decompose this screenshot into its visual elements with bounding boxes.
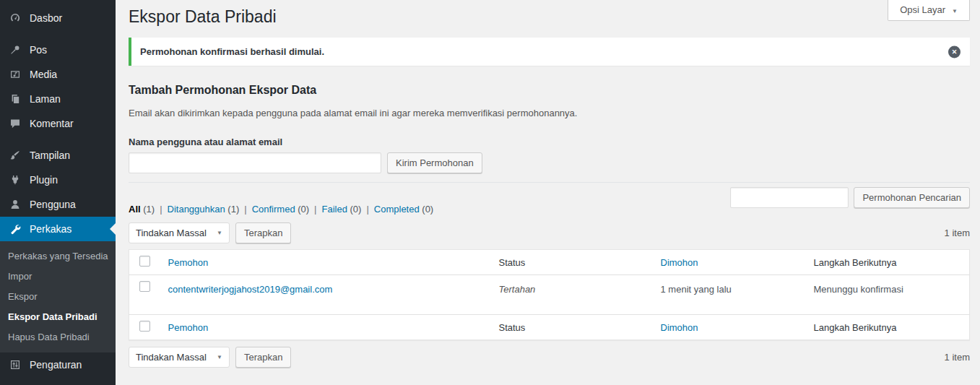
sidebar-item-pengaturan[interactable]: Pengaturan xyxy=(0,352,116,377)
tablenav-top: Tindakan Massal▼ Terapkan 1 item xyxy=(129,222,970,243)
sidebar-item-laman[interactable]: Laman xyxy=(0,87,116,111)
sidebar-item-label: Dasbor xyxy=(30,12,62,24)
username-email-input[interactable] xyxy=(129,152,381,173)
filter-separator: | xyxy=(160,204,162,215)
sidebar-item-label: Komentar xyxy=(30,118,74,129)
filter-all: All (1) xyxy=(129,204,155,215)
search-requests-button[interactable]: Permohonan Pencarian xyxy=(854,187,970,208)
dashboard-icon xyxy=(7,12,23,25)
media-icon xyxy=(7,68,23,81)
column-label-dimohon[interactable]: Dimohon xyxy=(661,322,698,333)
filter-link-failed[interactable]: Failed xyxy=(322,204,347,215)
sidebar-subitem-ekspor-data-pribadi[interactable]: Ekspor Data Pribadi xyxy=(0,307,116,327)
apply-button[interactable]: Terapkan xyxy=(235,347,291,368)
column-label-status: Status xyxy=(499,257,526,268)
filter-link-all[interactable]: All xyxy=(129,204,141,215)
status-cell: Tertahan xyxy=(492,275,654,315)
filter-count: (0) xyxy=(295,204,310,215)
sidebar-item-media[interactable]: Media xyxy=(0,62,116,87)
chevron-down-icon: ▼ xyxy=(217,354,222,360)
sidebar-subitem-impor[interactable]: Impor xyxy=(0,267,116,287)
chevron-down-icon: ▼ xyxy=(952,8,958,14)
column-label-dimohon[interactable]: Dimohon xyxy=(661,257,698,268)
filter-separator: | xyxy=(244,204,246,215)
column-status: Status xyxy=(492,315,654,340)
sidebar-item-label: Pengaturan xyxy=(30,359,82,371)
select-all-cell xyxy=(129,315,161,340)
sidebar-item-plugin[interactable]: Plugin xyxy=(0,168,116,192)
sidebar-item-tampilan[interactable]: Tampilan xyxy=(0,143,116,168)
admin-content: Opsi Layar▼ Ekspor Data Pribadi Permohon… xyxy=(116,0,980,385)
username-email-label: Nama pengguna atau alamat email xyxy=(129,137,970,147)
filter-link-confirmed[interactable]: Confirmed xyxy=(252,204,295,215)
filter-completed: Completed (0) xyxy=(374,204,433,215)
bulk-action-select[interactable]: Tindakan Massal▼ xyxy=(129,347,230,368)
wrench-icon xyxy=(7,222,23,235)
column-label-pemohon[interactable]: Pemohon xyxy=(168,257,209,268)
menu-separator xyxy=(0,30,116,38)
sidebar-item-dasbor[interactable]: Dasbor xyxy=(0,6,116,30)
menu-separator xyxy=(0,136,116,143)
status-value: Tertahan xyxy=(499,284,536,295)
row-checkbox[interactable] xyxy=(139,281,150,292)
sidebar-item-label: Pos xyxy=(30,44,47,56)
plugin-icon xyxy=(7,173,23,186)
filter-link-ditangguhkan[interactable]: Ditangguhkan xyxy=(168,204,225,215)
search-input[interactable] xyxy=(730,187,849,208)
screen-options-button[interactable]: Opsi Layar▼ xyxy=(888,0,970,21)
filter-separator: | xyxy=(366,204,368,215)
bulk-action-value: Tindakan Massal xyxy=(136,228,207,238)
filter-count: (0) xyxy=(347,204,362,215)
filter-link-completed[interactable]: Completed xyxy=(374,204,420,215)
pages-icon xyxy=(7,92,23,105)
sidebar-item-label: Media xyxy=(30,69,57,80)
next-step-cell: Menunggu konfirmasi xyxy=(807,275,970,315)
sidebar-item-label: Laman xyxy=(30,93,61,105)
select-all-checkbox[interactable] xyxy=(139,321,150,332)
filter-separator: | xyxy=(314,204,316,215)
bulk-action-value: Tindakan Massal xyxy=(136,352,207,363)
circled-x-icon[interactable]: ✕ xyxy=(948,46,961,58)
pin-icon xyxy=(7,43,23,56)
filter-confirmed: Confirmed (0) xyxy=(252,204,309,215)
sidebar-item-pos[interactable]: Pos xyxy=(0,38,116,62)
sidebar-item-label: Plugin xyxy=(30,174,58,186)
column-status: Status xyxy=(492,250,654,275)
brush-icon xyxy=(7,149,23,162)
settings-icon xyxy=(7,358,23,371)
send-request-button[interactable]: Kirim Permohonan xyxy=(387,152,482,173)
column-label-langkah-berikutnya: Langkah Berikutnya xyxy=(814,257,897,268)
sidebar-item-perkakas[interactable]: Perkakas xyxy=(0,217,116,241)
sidebar-subitem-perkakas-yang-tersedia[interactable]: Perkakas yang Tersedia xyxy=(0,246,116,267)
screen-options-label: Opsi Layar xyxy=(900,4,945,15)
column-pemohon: Pemohon xyxy=(161,250,492,275)
item-count: 1 item xyxy=(945,352,970,363)
section-heading: Tambah Permohonan Ekspor Data xyxy=(129,83,970,98)
tablenav-bottom: Tindakan Massal▼ Terapkan 1 item xyxy=(129,346,970,368)
sidebar-item-label: Tampilan xyxy=(30,150,70,161)
sidebar-subitem-ekspor[interactable]: Ekspor xyxy=(0,287,116,307)
page-title: Ekspor Data Pribadi xyxy=(129,0,970,32)
sidebar-item-label: Pengguna xyxy=(30,199,76,210)
select-all-checkbox[interactable] xyxy=(139,256,150,267)
column-label-pemohon[interactable]: Pemohon xyxy=(168,322,209,333)
list-controls: All (1)|Ditangguhkan (1)|Confirmed (0)|F… xyxy=(129,183,970,217)
column-pemohon: Pemohon xyxy=(161,315,492,340)
search-box: Permohonan Pencarian xyxy=(730,187,970,208)
apply-button[interactable]: Terapkan xyxy=(235,222,291,243)
comment-icon xyxy=(7,117,23,130)
chevron-down-icon: ▼ xyxy=(217,230,222,236)
column-dimohon: Dimohon xyxy=(654,250,807,275)
column-langkah-berikutnya: Langkah Berikutnya xyxy=(807,250,970,275)
sidebar-item-komentar[interactable]: Komentar xyxy=(0,111,116,136)
sidebar-subitem-hapus-data-pribadi[interactable]: Hapus Data Pribadi xyxy=(0,327,116,347)
bulk-action-select[interactable]: Tindakan Massal▼ xyxy=(129,222,230,243)
requester-email-link[interactable]: contentwriterjogjahost2019@gmail.com xyxy=(168,284,333,295)
user-icon xyxy=(7,198,23,211)
sidebar-item-pengguna[interactable]: Pengguna xyxy=(0,192,116,217)
add-request-form: Kirim Permohonan xyxy=(129,152,970,173)
select-all-cell xyxy=(129,250,161,275)
notice-message: Permohonan konfirmasi berhasil dimulai. xyxy=(140,46,941,57)
requester-cell: contentwriterjogjahost2019@gmail.com xyxy=(161,275,492,315)
filter-count: (1) xyxy=(141,204,155,215)
